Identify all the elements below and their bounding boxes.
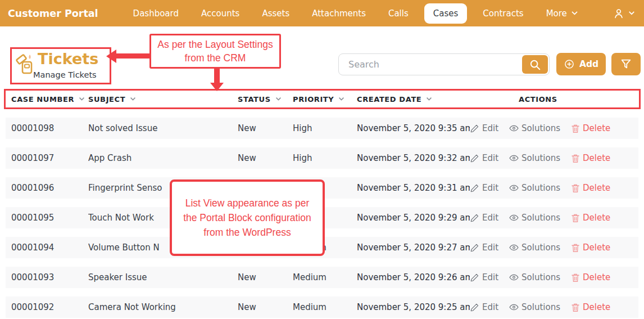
search-icon — [529, 59, 541, 71]
delete-trash-icon — [571, 124, 580, 133]
delete-link[interactable]: Delete — [571, 272, 610, 282]
solutions-link[interactable]: Solutions — [509, 272, 560, 282]
column-header-priority[interactable]: PRIORITY — [293, 95, 357, 104]
annotation-layout-settings: As per the Layout Settings from the CRM — [149, 34, 281, 69]
delete-trash-icon — [571, 213, 580, 223]
filter-button[interactable] — [611, 53, 641, 75]
nav-item-cases[interactable]: Cases — [424, 3, 468, 24]
cell-case-number: 00001096 — [6, 183, 88, 193]
edit-pencil-icon — [470, 303, 479, 312]
nav-item-accounts[interactable]: Accounts — [201, 8, 239, 19]
add-button-label: Add — [579, 59, 598, 69]
tickets-title-annotation-frame: Tickets Manage Tickets — [10, 47, 111, 84]
cell-actions: Edit Solutions Delete — [470, 183, 638, 193]
nav-item-calls[interactable]: Calls — [388, 8, 409, 19]
sort-chevron-icon — [130, 97, 136, 101]
solutions-eye-icon — [509, 184, 519, 192]
cell-created-date: November 5, 2020 9:35 am — [357, 123, 470, 133]
cell-case-number: 00001092 — [6, 302, 88, 312]
solutions-link[interactable]: Solutions — [509, 123, 560, 133]
column-header-created-date[interactable]: CREATED DATE — [357, 95, 470, 104]
cell-created-date: November 5, 2020 9:29 am — [357, 213, 470, 223]
delete-trash-icon — [571, 154, 580, 163]
search-input[interactable] — [339, 54, 519, 75]
delete-link[interactable]: Delete — [571, 123, 610, 133]
solutions-eye-icon — [509, 214, 519, 222]
solutions-link[interactable]: Solutions — [509, 302, 560, 312]
cell-actions: Edit Solutions Delete — [470, 302, 638, 312]
top-navigation-bar: Customer Portal Dashboard Accounts Asset… — [0, 0, 644, 26]
chevron-down-icon — [571, 11, 578, 16]
cell-created-date: November 5, 2020 9:25 am — [357, 302, 470, 312]
page: Customer Portal Dashboard Accounts Asset… — [0, 0, 644, 319]
edit-link[interactable]: Edit — [470, 213, 498, 223]
filter-funnel-icon — [620, 58, 632, 70]
cell-created-date: November 5, 2020 9:26 am — [357, 272, 470, 282]
sort-chevron-icon — [275, 97, 282, 101]
cell-priority: High — [293, 153, 357, 163]
annotation-arrow-down-shaft — [214, 68, 220, 83]
column-header-case-number[interactable]: CASE NUMBER — [6, 95, 88, 104]
edit-pencil-icon — [470, 273, 479, 282]
user-icon — [613, 7, 625, 20]
table-header-row: CASE NUMBER SUBJECT STATUS PRIORITY CREA… — [6, 91, 639, 107]
delete-link[interactable]: Delete — [571, 213, 610, 223]
cell-priority: Medium — [293, 302, 357, 312]
cell-priority: High — [293, 123, 357, 133]
solutions-eye-icon — [509, 154, 519, 162]
nav-item-dashboard[interactable]: Dashboard — [133, 8, 179, 19]
edit-link[interactable]: Edit — [470, 153, 498, 163]
user-menu[interactable] — [613, 7, 635, 20]
cell-actions: Edit Solutions Delete — [470, 123, 638, 133]
edit-link[interactable]: Edit — [470, 302, 498, 312]
search-button[interactable] — [522, 55, 548, 74]
column-header-subject[interactable]: SUBJECT — [88, 95, 238, 104]
nav-item-assets[interactable]: Assets — [262, 8, 289, 19]
solutions-link[interactable]: Solutions — [509, 213, 560, 223]
solutions-eye-icon — [509, 303, 519, 311]
cell-case-number: 00001095 — [6, 213, 88, 223]
cell-subject: Not solved Issue — [88, 123, 238, 133]
delete-trash-icon — [571, 243, 580, 253]
edit-link[interactable]: Edit — [470, 123, 498, 133]
brand-title: Customer Portal — [8, 8, 98, 19]
table-row: 00001097 App Crash New High November 5, … — [6, 147, 638, 169]
cell-subject: App Crash — [88, 153, 238, 163]
nav-item-attachments[interactable]: Attachments — [312, 8, 366, 19]
column-header-actions: ACTIONS — [470, 95, 639, 104]
add-button[interactable]: Add — [556, 53, 606, 75]
search-group — [338, 53, 550, 75]
edit-link[interactable]: Edit — [470, 242, 498, 253]
cell-status: New — [238, 153, 293, 163]
cell-created-date: November 5, 2020 9:31 am — [357, 183, 470, 193]
cell-subject: Camera Not Working — [88, 302, 238, 312]
edit-pencil-icon — [470, 183, 479, 193]
sort-chevron-icon — [338, 97, 344, 101]
solutions-link[interactable]: Solutions — [509, 242, 560, 253]
delete-trash-icon — [571, 183, 580, 193]
delete-link[interactable]: Delete — [571, 242, 610, 253]
cell-case-number: 00001094 — [6, 242, 88, 253]
cell-created-date: November 5, 2020 9:27 am — [357, 242, 470, 253]
table-header-annotation-frame: CASE NUMBER SUBJECT STATUS PRIORITY CREA… — [4, 89, 641, 109]
cell-actions: Edit Solutions Delete — [470, 213, 638, 223]
solutions-eye-icon — [509, 244, 519, 251]
solutions-link[interactable]: Solutions — [509, 153, 560, 163]
edit-pencil-icon — [470, 124, 479, 133]
delete-link[interactable]: Delete — [571, 302, 610, 312]
annotation-list-view: List View appearance as per the Portal B… — [170, 179, 325, 256]
edit-link[interactable]: Edit — [470, 183, 498, 193]
solutions-eye-icon — [509, 124, 519, 132]
solutions-link[interactable]: Solutions — [509, 183, 560, 193]
nav-item-contracts[interactable]: Contracts — [483, 8, 523, 19]
plus-circle-icon — [564, 59, 575, 70]
sort-chevron-icon — [79, 97, 85, 101]
delete-trash-icon — [571, 303, 580, 312]
delete-link[interactable]: Delete — [571, 183, 610, 193]
delete-link[interactable]: Delete — [571, 153, 610, 163]
cell-created-date: November 5, 2020 9:32 am — [357, 153, 470, 163]
nav-item-more[interactable]: More — [546, 8, 578, 19]
edit-link[interactable]: Edit — [470, 272, 498, 282]
cell-actions: Edit Solutions Delete — [470, 242, 638, 253]
column-header-status[interactable]: STATUS — [238, 95, 293, 104]
